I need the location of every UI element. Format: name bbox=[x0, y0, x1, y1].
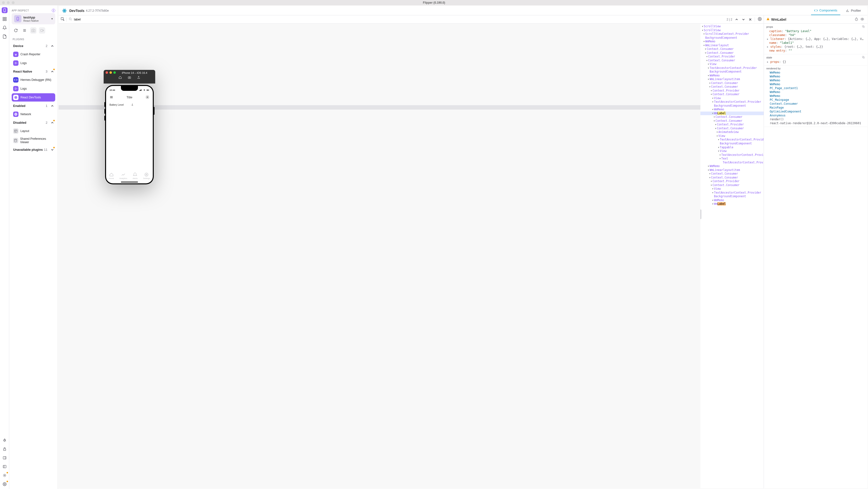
tree-node[interactable]: ▾Context.Consumer bbox=[701, 59, 764, 63]
rail-tree-icon[interactable] bbox=[2, 437, 7, 443]
tree-node[interactable]: ▾Context.Consumer bbox=[701, 51, 764, 55]
eye-icon[interactable] bbox=[861, 17, 865, 22]
rail-bug-icon[interactable] bbox=[2, 472, 7, 478]
tree-node[interactable]: ▾Context.Consumer bbox=[701, 85, 764, 89]
info-icon[interactable]: i bbox=[52, 9, 55, 12]
tree-node[interactable]: ▾Context.Provider bbox=[701, 89, 764, 93]
tree-node[interactable]: ▾View bbox=[701, 149, 764, 153]
prop-row[interactable]: ▸ props: {} bbox=[766, 60, 865, 64]
app-selector[interactable]: testApp React Native ▾ bbox=[12, 13, 55, 24]
tree-node[interactable]: ▾Context.Consumer bbox=[701, 172, 764, 176]
tree-node[interactable]: ▾WmMemo bbox=[701, 108, 764, 112]
prop-row[interactable]: ▸ listener: {Actions: {…}, App: {…}, Var… bbox=[766, 37, 865, 41]
plugin-shared-preferences[interactable]: Shared Preferences Viewer bbox=[12, 136, 55, 145]
tree-node[interactable]: ▾View bbox=[701, 96, 764, 100]
tree-node[interactable]: ▾WmMemo bbox=[701, 74, 764, 78]
tree-node[interactable]: BackgroundComponent bbox=[701, 142, 764, 146]
tree-node[interactable]: ▾Context.Consumer bbox=[701, 176, 764, 180]
tree-node[interactable]: BackgroundComponent bbox=[701, 104, 764, 108]
prop-row[interactable]: ▸ styles: {root: {…}, text: {…}} bbox=[766, 45, 865, 49]
rendered-by-item[interactable]: PC_Page_content1 bbox=[766, 86, 865, 90]
group-enabled[interactable]: Enabled 1 bbox=[12, 102, 55, 110]
home-icon[interactable] bbox=[119, 76, 122, 79]
rail-apps-icon[interactable] bbox=[2, 16, 7, 22]
plugin-logs-rn[interactable]: Logs bbox=[12, 85, 55, 93]
tree-node[interactable]: ▾TextAncestorContext.Provider bbox=[701, 191, 764, 195]
prop-row[interactable]: caption: "Battery Level" bbox=[766, 29, 865, 33]
tree-node[interactable]: ▾Context.Consumer bbox=[701, 119, 764, 123]
tree-node[interactable]: ▾Context.Consumer bbox=[701, 81, 764, 85]
tree-node[interactable]: ▾Animatedview bbox=[701, 130, 764, 134]
rail-bell-icon[interactable] bbox=[2, 25, 7, 31]
search-prev-button[interactable] bbox=[734, 17, 739, 22]
tab-alerts[interactable]: Alerts bbox=[132, 172, 137, 179]
tree-node[interactable]: ▾ScrollView bbox=[701, 25, 764, 28]
tree-node[interactable]: ▾Context.Consumer bbox=[701, 115, 764, 119]
prop-row[interactable]: name: "label1" bbox=[766, 41, 865, 45]
plugin-hermes[interactable]: Hermes Debugger (RN) bbox=[12, 76, 55, 84]
component-tree[interactable]: ▾ScrollView▾ScrollView▾ScrollViewContext… bbox=[701, 24, 764, 488]
tree-node[interactable]: ▾WmLabel bbox=[701, 202, 764, 206]
rendered-by-item[interactable]: WmMemo bbox=[766, 75, 865, 79]
sim-close[interactable] bbox=[105, 71, 108, 74]
gear-icon[interactable] bbox=[146, 95, 149, 99]
share-icon[interactable] bbox=[137, 76, 141, 79]
tree-node[interactable]: ▾View bbox=[701, 134, 764, 138]
group-react-native[interactable]: React Native 3 bbox=[12, 68, 55, 75]
timer-icon[interactable] bbox=[855, 17, 859, 22]
group-disabled[interactable]: Disabled 2 bbox=[12, 119, 55, 126]
tree-node[interactable]: ▾Context.Provider bbox=[701, 179, 764, 183]
tab-settings[interactable]: Settings bbox=[143, 172, 150, 179]
tab-profiler[interactable]: Profiler bbox=[843, 6, 864, 15]
rail-lock-icon[interactable] bbox=[2, 446, 7, 452]
tab-home[interactable]: Home bbox=[109, 172, 114, 179]
sim-min[interactable] bbox=[110, 71, 112, 74]
tab-components[interactable]: Components bbox=[811, 6, 840, 15]
tree-node[interactable]: ▾Context.Provider bbox=[701, 55, 764, 59]
tree-node[interactable]: BackgroundComponent bbox=[701, 36, 764, 40]
search-input[interactable] bbox=[74, 18, 725, 21]
tree-node[interactable]: BackgroundComponent bbox=[701, 70, 764, 74]
traffic-close[interactable] bbox=[2, 1, 5, 4]
rendered-by-item[interactable]: WmMemo bbox=[766, 70, 865, 75]
rail-mobile-icon[interactable] bbox=[2, 7, 7, 13]
group-device[interactable]: Device 2 bbox=[12, 42, 55, 50]
tree-node[interactable]: ▾View bbox=[701, 187, 764, 191]
sidebar-resize-handle[interactable] bbox=[57, 247, 58, 253]
rendered-by-item[interactable]: MainPage bbox=[766, 106, 865, 110]
traffic-max[interactable] bbox=[12, 1, 14, 4]
tree-node[interactable]: ▾WmMemo bbox=[701, 40, 764, 44]
rendered-by-item[interactable]: WmMemo bbox=[766, 90, 865, 94]
tree-node[interactable]: ▾Context.Consumer bbox=[701, 47, 764, 51]
rendered-by-item[interactable]: WmMemo bbox=[766, 82, 865, 86]
tree-node[interactable]: ▾Context.Consumer bbox=[701, 126, 764, 131]
tree-node[interactable]: ▾WmLabel bbox=[701, 112, 764, 115]
tree-node[interactable]: ▾WmLinearlayoutitem bbox=[701, 78, 764, 81]
copy-icon[interactable] bbox=[862, 25, 865, 28]
plugin-layout[interactable]: Layout bbox=[12, 127, 55, 135]
tree-node[interactable]: ▾ScrollView bbox=[701, 28, 764, 32]
plugin-logs-device[interactable]: Logs bbox=[12, 59, 55, 67]
rendered-by-item[interactable]: PC_Mainpage bbox=[766, 98, 865, 102]
menu-button[interactable] bbox=[22, 27, 28, 34]
tree-node[interactable]: ▾Context.Consumer bbox=[701, 92, 764, 96]
camera-icon[interactable] bbox=[128, 76, 131, 79]
rail-panel-right-icon[interactable] bbox=[2, 455, 7, 461]
rail-gear-icon[interactable] bbox=[2, 481, 7, 487]
search-clear-button[interactable] bbox=[748, 17, 753, 22]
rendered-by-item[interactable]: OptimizedComponent bbox=[766, 110, 865, 114]
element-picker-button[interactable] bbox=[61, 17, 64, 22]
plugin-network[interactable]: Network bbox=[12, 110, 55, 118]
tree-node[interactable]: ▾Context.Provider bbox=[701, 123, 764, 126]
tree-node[interactable]: ▾Text bbox=[701, 157, 764, 161]
refresh-button[interactable] bbox=[13, 27, 19, 34]
tree-node[interactable]: BackgroundComponent bbox=[701, 195, 764, 199]
rendered-by-item[interactable]: Context.Consumer bbox=[766, 102, 865, 106]
tree-node[interactable]: ▾WmMemo bbox=[701, 164, 764, 168]
tree-node[interactable]: ▾ScrollViewContext.Provider bbox=[701, 32, 764, 36]
hamburger-icon[interactable] bbox=[110, 95, 113, 99]
tree-node[interactable]: ▾TextAncestorContext.Provider bbox=[701, 66, 764, 70]
tree-node[interactable]: ▾TextAncestorContext.Provider bbox=[701, 138, 764, 142]
plugin-crash-reporter[interactable]: Crash Reporter bbox=[12, 50, 55, 58]
traffic-min[interactable] bbox=[7, 1, 10, 4]
